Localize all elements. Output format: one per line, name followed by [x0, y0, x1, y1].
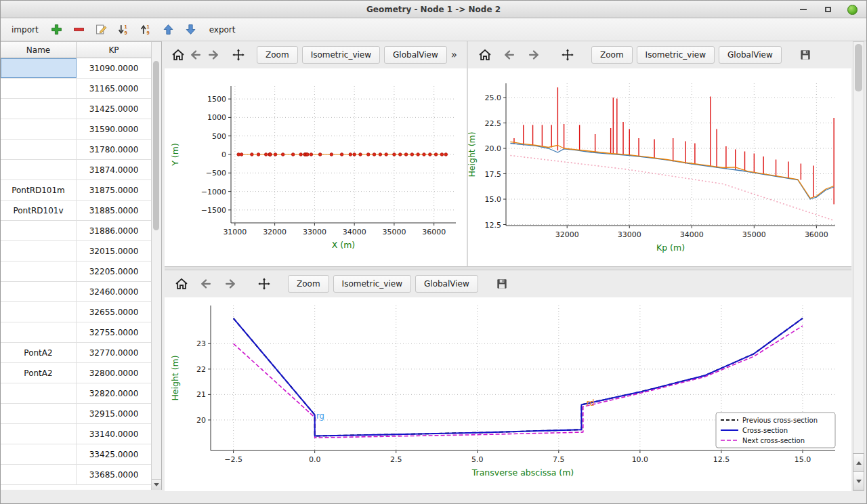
cell-name[interactable]: [1, 322, 77, 342]
longitudinal-profile-chart[interactable]: 320003300034000350003600012.515.017.520.…: [468, 68, 851, 266]
cell-name[interactable]: [1, 119, 77, 139]
cell-kp[interactable]: 31780.0000: [77, 140, 151, 159]
cell-name[interactable]: [1, 241, 77, 261]
cell-kp[interactable]: 31590.0000: [77, 119, 151, 139]
import-button[interactable]: import: [7, 22, 43, 38]
zoom-button[interactable]: Zoom: [257, 46, 298, 64]
forward-button[interactable]: [207, 45, 220, 64]
pan-button[interactable]: [232, 45, 245, 64]
cell-name[interactable]: [1, 79, 77, 98]
isometric-view-button[interactable]: Isometric_view: [302, 46, 380, 64]
table-row[interactable]: 33425.0000: [1, 444, 151, 465]
column-header-name[interactable]: Name: [1, 42, 77, 58]
move-down-button[interactable]: [182, 21, 200, 39]
cell-name[interactable]: [1, 99, 77, 119]
cell-kp[interactable]: 32755.0000: [77, 322, 151, 342]
cell-name[interactable]: [1, 282, 77, 301]
table-row[interactable]: 31780.0000: [1, 140, 151, 160]
save-figure-button[interactable]: [492, 274, 512, 293]
table-row[interactable]: 32460.0000: [1, 282, 151, 302]
cell-kp[interactable]: 33140.0000: [77, 424, 151, 444]
cell-kp[interactable]: 31425.0000: [77, 99, 151, 119]
home-button[interactable]: [475, 45, 495, 64]
zoom-button[interactable]: Zoom: [591, 46, 633, 64]
export-button[interactable]: export: [205, 22, 240, 38]
maximize-button[interactable]: [822, 3, 834, 16]
table-row[interactable]: 31874.0000: [1, 160, 151, 180]
home-button[interactable]: [171, 45, 185, 64]
cell-kp[interactable]: 32820.0000: [77, 383, 151, 403]
forward-button[interactable]: [220, 274, 240, 293]
cell-name[interactable]: PontA2: [1, 343, 77, 362]
table-row[interactable]: 32755.0000: [1, 322, 151, 343]
home-button[interactable]: [171, 274, 192, 293]
cell-kp[interactable]: 31874.0000: [77, 160, 151, 180]
table-row[interactable]: 32015.0000: [1, 241, 151, 261]
table-row[interactable]: 31090.0000: [1, 58, 151, 79]
cross-section-chart[interactable]: −2.50.02.55.07.510.012.515.020212223Tran…: [165, 297, 851, 491]
table-row[interactable]: 31590.0000: [1, 119, 151, 140]
cell-name[interactable]: [1, 424, 77, 444]
table-row[interactable]: 32820.0000: [1, 383, 151, 404]
cell-kp[interactable]: 31090.0000: [77, 58, 151, 78]
cell-name[interactable]: [1, 444, 77, 464]
cell-kp[interactable]: 31165.0000: [77, 79, 151, 98]
move-up-button[interactable]: [160, 21, 177, 39]
cell-name[interactable]: [1, 58, 77, 78]
table-row[interactable]: PontA232800.0000: [1, 363, 151, 383]
sort-ascending-button[interactable]: 19: [138, 21, 155, 39]
minimize-button[interactable]: [797, 3, 809, 16]
table-scrollbar[interactable]: [151, 42, 161, 490]
forward-button[interactable]: [524, 45, 544, 64]
table-row[interactable]: PontRD101v31885.0000: [1, 201, 151, 221]
titlebar[interactable]: Geometry - Node 1 -> Node 2: [1, 1, 866, 18]
cell-name[interactable]: [1, 221, 77, 240]
cell-kp[interactable]: 32205.0000: [77, 261, 151, 281]
cell-name[interactable]: [1, 160, 77, 180]
pan-button[interactable]: [557, 45, 578, 64]
add-row-button[interactable]: [48, 21, 66, 39]
cell-name[interactable]: [1, 465, 77, 484]
cell-kp[interactable]: 32655.0000: [77, 302, 151, 322]
sort-descending-button[interactable]: 19: [115, 21, 133, 39]
cell-kp[interactable]: 33425.0000: [77, 444, 151, 464]
remove-row-button[interactable]: [70, 21, 88, 39]
cell-kp[interactable]: 31885.0000: [77, 201, 151, 220]
scroll-up-button[interactable]: [853, 453, 864, 472]
close-button[interactable]: [846, 3, 858, 16]
cell-name[interactable]: PontRD101v: [1, 201, 77, 220]
table-scrollbar-thumb[interactable]: [153, 61, 159, 230]
table-row[interactable]: PontRD101m31875.0000: [1, 180, 151, 201]
pan-button[interactable]: [254, 274, 274, 293]
cell-kp[interactable]: 31875.0000: [77, 180, 151, 200]
cell-name[interactable]: [1, 140, 77, 159]
back-button[interactable]: [189, 45, 203, 64]
zoom-button[interactable]: Zoom: [288, 275, 329, 293]
cell-name[interactable]: PontRD101m: [1, 180, 77, 200]
table-row[interactable]: 33140.0000: [1, 424, 151, 444]
table-row[interactable]: 33685.0000: [1, 465, 151, 485]
table-row[interactable]: 32205.0000: [1, 261, 151, 282]
column-header-kp[interactable]: KP: [77, 42, 151, 58]
global-view-button[interactable]: GlobalView: [719, 46, 782, 64]
cell-name[interactable]: [1, 261, 77, 281]
isometric-view-button[interactable]: Isometric_view: [637, 46, 715, 64]
cell-kp[interactable]: 31886.0000: [77, 221, 151, 240]
table-row[interactable]: 31886.0000: [1, 221, 151, 241]
cell-name[interactable]: [1, 404, 77, 423]
toolbar-overflow-chevron[interactable]: »: [451, 49, 457, 61]
back-button[interactable]: [196, 274, 216, 293]
isometric-view-button[interactable]: Isometric_view: [333, 275, 411, 293]
table-row[interactable]: 31425.0000: [1, 99, 151, 119]
back-button[interactable]: [499, 45, 520, 64]
table-row[interactable]: 31165.0000: [1, 79, 151, 99]
cell-kp[interactable]: 32915.0000: [77, 404, 151, 423]
global-view-button[interactable]: GlobalView: [384, 46, 447, 64]
cell-kp[interactable]: 32460.0000: [77, 282, 151, 301]
table-row[interactable]: 32655.0000: [1, 302, 151, 322]
cell-name[interactable]: PontA2: [1, 363, 77, 383]
cell-kp[interactable]: 32015.0000: [77, 241, 151, 261]
main-scrollbar[interactable]: [853, 41, 864, 491]
table-scroll-down-button[interactable]: [152, 479, 161, 490]
cell-kp[interactable]: 33685.0000: [77, 465, 151, 484]
